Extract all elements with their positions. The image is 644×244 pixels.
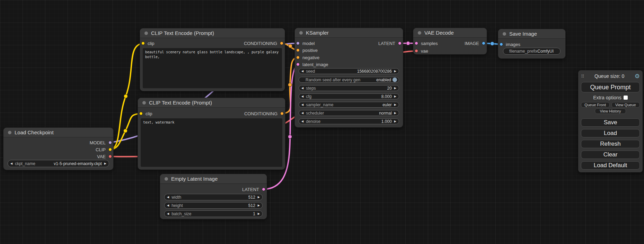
widget-height[interactable]: ◀ height 512 ▶: [164, 202, 263, 209]
input-dot-images[interactable]: [500, 43, 503, 46]
output-slot-latent[interactable]: LATENT: [161, 186, 265, 192]
node-title-bar[interactable]: VAE Decode: [413, 28, 487, 38]
widget-batch-size[interactable]: ◀ batch_size 1 ▶: [164, 210, 263, 217]
node-load-checkpoint[interactable]: Load Checkpoint MODEL CLIP VAE ◀ ckpt_na…: [3, 128, 113, 170]
decrement-arrow-icon[interactable]: ◀: [167, 204, 169, 207]
collapse-dot-icon[interactable]: [165, 177, 168, 181]
widget-steps[interactable]: ◀ steps 20 ▶: [299, 85, 399, 91]
node-save-image[interactable]: Save Image images filename_prefix ComfyU…: [498, 29, 565, 58]
input-dot-vae[interactable]: [415, 49, 418, 53]
increment-arrow-icon[interactable]: ▶: [104, 162, 106, 165]
output-dot-latent[interactable]: [398, 42, 402, 45]
comfyui-canvas[interactable]: { "colors": { "model": "#b39ddb", "clip"…: [0, 0, 644, 244]
output-dot-conditioning[interactable]: [280, 112, 284, 115]
output-slot-vae[interactable]: VAE: [5, 153, 112, 160]
link-dot[interactable]: [406, 42, 410, 45]
link-dot[interactable]: [289, 44, 292, 48]
widget-random-seed-toggle[interactable]: Random seed after every gen enabled: [299, 77, 399, 83]
save-button[interactable]: Save: [581, 118, 640, 127]
widget-width[interactable]: ◀ width 512 ▶: [164, 194, 263, 200]
toggle-circle-icon[interactable]: [392, 78, 397, 82]
input-slot-latent-image[interactable]: latent_image: [296, 61, 402, 67]
drag-handle-icon[interactable]: ⠿: [581, 74, 584, 79]
node-ksampler[interactable]: KSampler model LATENT positive negative …: [295, 28, 403, 127]
collapse-dot-icon[interactable]: [299, 31, 303, 35]
output-dot-vae[interactable]: [108, 155, 112, 158]
node-vae-decode[interactable]: VAE Decode samples IMAGE vae: [413, 28, 487, 54]
collapse-dot-icon[interactable]: [144, 31, 148, 35]
decrement-arrow-icon[interactable]: ◀: [301, 70, 303, 73]
widget-cfg[interactable]: ◀ cfg 8.000 ▶: [299, 93, 399, 99]
decrement-arrow-icon[interactable]: ◀: [301, 103, 303, 106]
node-title-bar[interactable]: Save Image: [498, 29, 565, 39]
output-slot-latent[interactable]: LATENT: [296, 40, 402, 46]
decrement-arrow-icon[interactable]: ◀: [301, 112, 303, 115]
widget-ckpt-name[interactable]: ◀ ckpt_name v1-5-pruned-emaonly.ckpt ▶: [8, 160, 109, 167]
node-title-bar[interactable]: CLIP Text Encode (Prompt): [140, 28, 285, 38]
input-dot-negative[interactable]: [296, 56, 300, 59]
load-default-button[interactable]: Load Default: [581, 161, 640, 170]
widget-sampler-name[interactable]: ◀ sampler_name euler ▶: [299, 102, 399, 108]
decrement-arrow-icon[interactable]: ◀: [167, 213, 169, 215]
prompt-textarea[interactable]: beautiful scenery nature glass bottle la…: [143, 48, 282, 88]
view-history-button[interactable]: View History: [595, 108, 626, 114]
view-queue-button[interactable]: View Queue: [611, 102, 640, 108]
decrement-arrow-icon[interactable]: ◀: [167, 196, 169, 199]
decrement-arrow-icon[interactable]: ◀: [301, 87, 303, 90]
collapse-dot-icon[interactable]: [503, 32, 506, 36]
clear-button[interactable]: Clear: [581, 151, 640, 159]
collapse-dot-icon[interactable]: [142, 101, 146, 105]
output-slot-conditioning[interactable]: CONDITIONING: [139, 110, 284, 117]
output-dot-clip[interactable]: [108, 148, 112, 151]
node-title-bar[interactable]: CLIP Text Encode (Prompt): [138, 98, 285, 108]
queue-panel[interactable]: ⠿ Queue size: 0 ⚙ Queue Prompt Extra opt…: [578, 70, 643, 172]
link-dot[interactable]: [124, 129, 127, 133]
node-title-bar[interactable]: Load Checkpoint: [3, 128, 113, 137]
widget-seed[interactable]: ◀ seed 156680208700286 ▶: [299, 68, 399, 74]
input-slot-vae[interactable]: vae: [415, 48, 485, 54]
input-dot-positive[interactable]: [296, 48, 300, 52]
input-dot-latent-image[interactable]: [296, 63, 300, 66]
increment-arrow-icon[interactable]: ▶: [394, 103, 396, 106]
queue-front-button[interactable]: Queue Front: [581, 102, 610, 108]
link-dot[interactable]: [491, 42, 494, 46]
node-clip-text-encode-negative[interactable]: CLIP Text Encode (Prompt) clip CONDITION…: [138, 98, 285, 170]
increment-arrow-icon[interactable]: ▶: [394, 95, 396, 98]
increment-arrow-icon[interactable]: ▶: [258, 196, 260, 199]
extra-options-checkbox[interactable]: [624, 96, 628, 100]
collapse-dot-icon[interactable]: [8, 131, 11, 134]
link-dot[interactable]: [288, 135, 292, 139]
output-slot-image[interactable]: IMAGE: [415, 40, 485, 46]
load-button[interactable]: Load: [581, 129, 640, 137]
node-clip-text-encode-positive[interactable]: CLIP Text Encode (Prompt) clip CONDITION…: [140, 28, 285, 91]
output-slot-model[interactable]: MODEL: [5, 139, 112, 146]
output-slot-clip[interactable]: CLIP: [5, 146, 112, 153]
output-dot-latent[interactable]: [262, 188, 265, 191]
widget-denoise[interactable]: ◀ denoise 1.000 ▶: [299, 118, 399, 124]
increment-arrow-icon[interactable]: ▶: [394, 87, 396, 90]
increment-arrow-icon[interactable]: ▶: [258, 204, 260, 207]
input-slot-images[interactable]: images: [500, 41, 564, 47]
widget-filename-prefix[interactable]: filename_prefix ComfyUI: [503, 48, 561, 55]
decrement-arrow-icon[interactable]: ◀: [10, 162, 12, 165]
input-slot-positive[interactable]: positive: [296, 47, 402, 53]
node-title-bar[interactable]: KSampler: [295, 28, 403, 38]
decrement-arrow-icon[interactable]: ◀: [301, 120, 303, 123]
output-dot-model[interactable]: [108, 141, 112, 144]
queue-prompt-button[interactable]: Queue Prompt: [581, 82, 640, 92]
output-dot-conditioning[interactable]: [280, 42, 283, 45]
input-slot-negative[interactable]: negative: [296, 54, 402, 61]
widget-scheduler[interactable]: ◀ scheduler normal ▶: [299, 110, 399, 116]
collapse-dot-icon[interactable]: [418, 31, 421, 35]
refresh-button[interactable]: Refresh: [581, 140, 640, 148]
link-dot[interactable]: [124, 94, 128, 98]
prompt-textarea[interactable]: text, watermark: [141, 118, 282, 167]
node-title-bar[interactable]: Empty Latent Image: [160, 174, 267, 184]
output-slot-conditioning[interactable]: CONDITIONING: [141, 40, 283, 46]
increment-arrow-icon[interactable]: ▶: [394, 120, 396, 123]
increment-arrow-icon[interactable]: ▶: [258, 213, 260, 215]
output-dot-image[interactable]: [482, 42, 485, 45]
link-dot[interactable]: [288, 83, 292, 87]
decrement-arrow-icon[interactable]: ◀: [301, 95, 303, 98]
increment-arrow-icon[interactable]: ▶: [394, 112, 396, 115]
